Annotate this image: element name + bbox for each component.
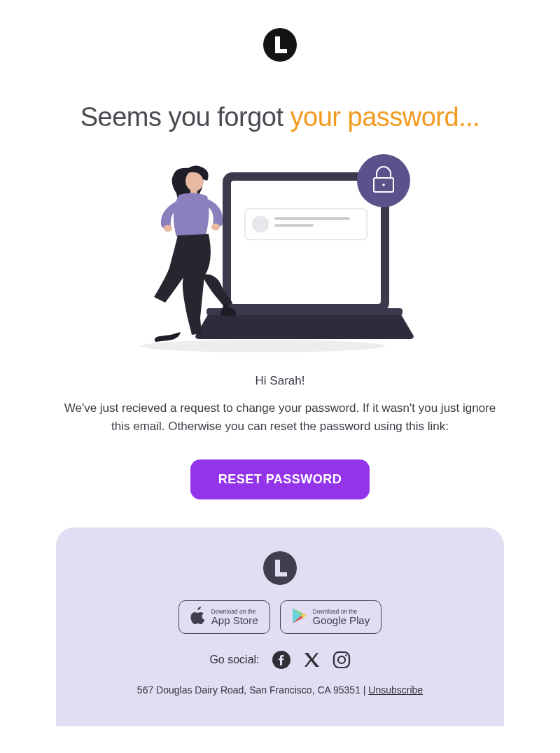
google-play-badge[interactable]: Download on the Google Play: [280, 600, 382, 634]
email-footer: Download on the App Store Download on th…: [56, 527, 504, 726]
headline: Seems you forgot your password...: [56, 101, 504, 134]
hero-illustration: [140, 151, 420, 354]
google-play-icon: [292, 607, 307, 627]
greeting-text: Hi Sarah!: [56, 374, 504, 388]
svg-point-10: [357, 154, 410, 207]
social-label: Go social:: [209, 654, 259, 666]
apple-icon: [190, 607, 206, 628]
header-logo: [56, 28, 504, 62]
svg-rect-1: [282, 45, 286, 48]
svg-rect-20: [334, 652, 349, 668]
facebook-icon[interactable]: [272, 651, 290, 669]
svg-rect-18: [282, 568, 286, 572]
app-store-big: App Store: [211, 615, 258, 626]
logo-icon: [263, 28, 297, 62]
svg-point-12: [382, 184, 385, 186]
svg-point-16: [211, 223, 220, 230]
email-main: Seems you forgot your password...: [56, 28, 504, 499]
svg-rect-8: [274, 217, 350, 220]
footer-logo: [70, 551, 490, 585]
svg-point-2: [140, 340, 385, 352]
store-badges: Download on the App Store Download on th…: [70, 600, 490, 634]
x-twitter-icon[interactable]: [303, 651, 320, 668]
footer-address: 567 Douglas Dairy Road, San Francisco, C…: [137, 684, 368, 696]
footer-address-line: 567 Douglas Dairy Road, San Francisco, C…: [70, 684, 490, 696]
headline-part1: Seems you forgot: [80, 102, 290, 132]
instagram-icon[interactable]: [332, 651, 351, 669]
svg-rect-9: [274, 224, 314, 227]
google-play-big: Google Play: [313, 615, 370, 626]
reset-password-button[interactable]: RESET PASSWORD: [190, 460, 370, 499]
svg-point-21: [338, 656, 345, 663]
svg-point-15: [164, 225, 172, 232]
app-store-badge[interactable]: Download on the App Store: [178, 600, 270, 634]
unsubscribe-link[interactable]: Unsubscribe: [368, 684, 423, 696]
svg-rect-5: [231, 181, 381, 304]
svg-point-22: [345, 654, 347, 656]
body-paragraph: We've just recieved a request to change …: [56, 399, 504, 436]
headline-part2: your password...: [290, 102, 480, 132]
social-row: Go social:: [70, 651, 490, 669]
svg-point-7: [252, 216, 269, 233]
logo-icon: [263, 551, 297, 585]
